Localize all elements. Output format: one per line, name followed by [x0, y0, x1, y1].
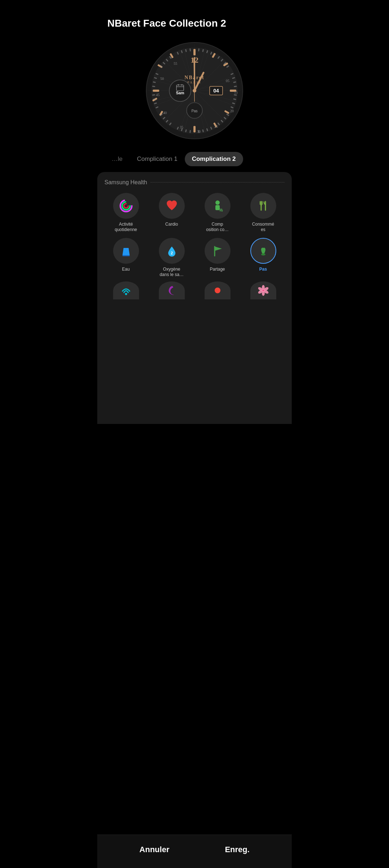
steps-label: Pas: [259, 267, 267, 272]
list-item[interactable]: Activitéquotidienne: [104, 193, 147, 233]
svg-rect-21: [153, 90, 159, 92]
bottom-action-bar: Annuler Enreg.: [97, 835, 292, 868]
food-icon: [250, 193, 276, 219]
svg-rect-118: [122, 255, 130, 256]
svg-point-123: [215, 288, 220, 293]
svg-text:45: 45: [156, 93, 160, 97]
page-title: NBaret Face Collection 2: [107, 17, 282, 30]
watch-face-svg: 12 05 15 20 25 30 35 40 45 50 55 NBaret …: [144, 40, 245, 141]
svg-point-122: [125, 293, 127, 295]
svg-text:30: 30: [197, 130, 201, 134]
svg-text:Pas: Pas: [191, 109, 197, 113]
svg-point-121: [261, 253, 265, 256]
svg-text:25: 25: [214, 125, 218, 128]
water-icon: [113, 238, 139, 264]
share-icon: [205, 238, 231, 264]
options-panel: Samsung Health Activitéquotidienne: [97, 172, 292, 424]
activite-label: Activitéquotidienne: [115, 222, 137, 233]
steps-icon: [250, 238, 276, 264]
activite-icon: [113, 193, 139, 219]
svg-text:50: 50: [160, 77, 164, 81]
svg-point-106: [193, 89, 196, 92]
svg-text:Sam: Sam: [176, 91, 184, 95]
panel-header-divider: [151, 182, 285, 182]
svg-text:2: 2: [170, 251, 173, 255]
svg-point-109: [124, 204, 128, 208]
svg-text:15: 15: [234, 90, 238, 94]
svg-text:20: 20: [230, 109, 234, 113]
water-label: Eau: [122, 267, 130, 272]
svg-text:05: 05: [226, 79, 229, 83]
svg-text:55: 55: [174, 62, 177, 65]
cardio-label: Cardio: [165, 222, 178, 227]
svg-text:04: 04: [213, 88, 219, 94]
partial-row: [104, 281, 285, 299]
list-item[interactable]: Consommées: [242, 193, 285, 233]
svg-rect-20: [193, 126, 196, 132]
watch-face-display: 12 05 15 20 25 30 35 40 45 50 55 NBaret …: [144, 40, 245, 141]
oxygen-label: Oxygènedans le sa…: [160, 267, 184, 278]
list-item[interactable]: % Composition co…: [196, 193, 239, 233]
cancel-button[interactable]: Annuler: [132, 842, 176, 857]
body-comp-label: Composition co…: [206, 222, 229, 233]
tab-style[interactable]: …le: [104, 152, 130, 166]
list-item[interactable]: Pas: [242, 238, 285, 278]
list-item[interactable]: 2 Oxygènedans le sa…: [150, 238, 193, 278]
panel-source-header: Samsung Health: [104, 179, 285, 186]
svg-text:35: 35: [180, 125, 183, 129]
header: NBaret Face Collection 2: [97, 0, 292, 37]
body-comp-icon: %: [205, 193, 231, 219]
svg-point-130: [262, 291, 265, 296]
watch-preview: 12 05 15 20 25 30 35 40 45 50 55 NBaret …: [97, 37, 292, 152]
svg-text:40: 40: [163, 111, 167, 115]
svg-rect-18: [193, 49, 196, 55]
list-item[interactable]: [242, 281, 285, 299]
list-item[interactable]: Partage: [196, 238, 239, 278]
svg-point-108: [122, 202, 130, 210]
list-item[interactable]: [196, 281, 239, 299]
food-label: Consommées: [252, 222, 274, 233]
options-grid: Activitéquotidienne Cardio %: [104, 193, 285, 278]
oxygen-icon: 2: [159, 238, 185, 264]
tab-complication2[interactable]: Complication 2: [185, 152, 243, 166]
svg-point-110: [215, 200, 220, 205]
list-item[interactable]: [150, 281, 193, 299]
tab-complication1[interactable]: Complication 1: [130, 152, 184, 166]
list-item[interactable]: Eau: [104, 238, 147, 278]
list-item[interactable]: [104, 281, 147, 299]
cardio-icon: [159, 193, 185, 219]
svg-text:%: %: [219, 208, 223, 213]
panel-source-label: Samsung Health: [104, 179, 147, 186]
save-button[interactable]: Enreg.: [218, 842, 256, 857]
list-item[interactable]: Cardio: [150, 193, 193, 233]
tabs-bar: …le Complication 1 Complication 2: [97, 152, 292, 172]
share-label: Partage: [210, 267, 225, 272]
